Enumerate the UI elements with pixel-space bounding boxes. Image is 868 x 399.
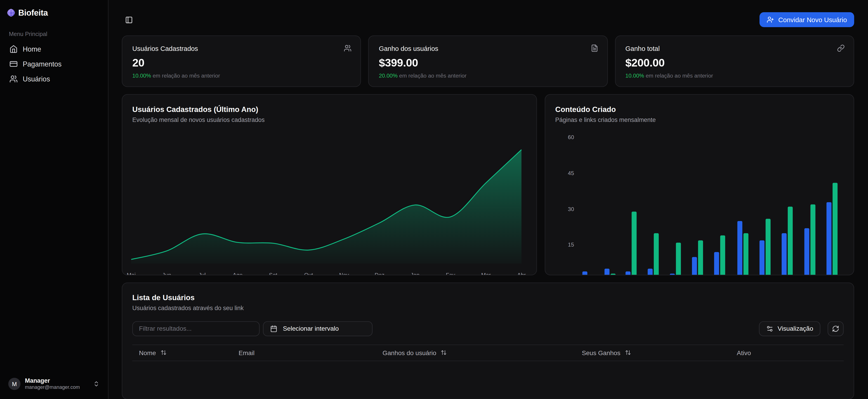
user-meta: Manager manager@manager.com xyxy=(25,377,80,390)
calendar-icon xyxy=(270,325,277,332)
x-axis-label: Dez xyxy=(375,272,384,275)
users-list-title: Lista de Usuários xyxy=(132,293,844,302)
view-options-label: Visualização xyxy=(778,325,813,332)
area-xlabels: MaiJunJulAgoSetOutNovDezJanFevMarAbr xyxy=(131,272,522,275)
column-header-email: Email xyxy=(232,349,376,356)
link-icon xyxy=(837,44,845,52)
sidebar-item-label: Home xyxy=(23,45,41,53)
column-label: Seus Ganhos xyxy=(582,349,620,356)
stat-percent: 10.00% xyxy=(132,73,151,79)
sidebar-toggle-button[interactable] xyxy=(122,12,136,27)
stat-subtext-label: em relação ao mês anterior xyxy=(153,73,220,79)
links-bar xyxy=(654,233,659,275)
avatar: M xyxy=(8,377,21,390)
paginas-bar xyxy=(604,269,610,275)
credit-card-icon xyxy=(9,60,18,68)
links-bar xyxy=(788,207,793,275)
links-bar xyxy=(766,219,771,275)
column-header-ganhos-usuario: Ganhos do usuário xyxy=(376,349,575,356)
x-axis-label: Mai xyxy=(127,272,135,275)
user-menu-button[interactable]: M Manager manager@manager.com xyxy=(6,375,101,393)
y-axis-label: 60 xyxy=(545,134,574,141)
links-bar xyxy=(810,204,815,275)
x-axis-label: Set xyxy=(269,272,277,275)
column-header-ativo: Ativo xyxy=(730,349,844,356)
filter-input[interactable] xyxy=(132,321,259,336)
bar-group: Out, 04 xyxy=(689,137,706,275)
area-chart-card: Usuários Cadastrados (Último Ano) Evoluç… xyxy=(122,94,537,275)
bar-pair xyxy=(737,137,748,275)
paginas-bar xyxy=(782,233,787,275)
x-axis-label: Jul xyxy=(199,272,206,275)
biofeita-logo-icon xyxy=(6,8,16,17)
sort-icon[interactable] xyxy=(160,349,166,355)
x-axis-label: Ago xyxy=(232,272,243,275)
x-axis-label: Out xyxy=(304,272,313,275)
stat-card-ganho-total: Ganho total $200.00 10.00% em relação ao… xyxy=(615,35,854,87)
chart-subtitle: Evolução mensal de novos usuários cadast… xyxy=(132,116,526,123)
column-label: Email xyxy=(239,349,254,356)
sort-icon[interactable] xyxy=(441,349,447,355)
dashboard-app: Biofeita Menu Principal Home Pagamentos … xyxy=(0,0,868,399)
bar-group: Dez, 04 xyxy=(734,137,751,275)
stat-card-ganho-usuarios: Ganho dos usuários $399.00 20.00% em rel… xyxy=(368,35,608,87)
stat-percent: 20.00% xyxy=(379,73,398,79)
view-options-button[interactable]: Visualização xyxy=(759,321,820,336)
settings-sliders-icon xyxy=(766,325,773,332)
user-name: Manager xyxy=(25,377,80,384)
sort-icon[interactable] xyxy=(625,349,631,355)
paginas-bar xyxy=(670,274,675,275)
links-bar xyxy=(720,235,725,275)
sidebar-item-home[interactable]: Home xyxy=(6,41,101,57)
chart-title: Usuários Cadastrados (Último Ano) xyxy=(132,105,526,114)
y-axis-label: 30 xyxy=(545,206,574,212)
bar-pair xyxy=(760,137,771,275)
stat-percent: 10.00% xyxy=(625,73,644,79)
table-header-row: Nome Email Ganhos do usuário Seus Ganhos xyxy=(132,344,844,361)
chevrons-up-down-icon xyxy=(93,380,99,387)
x-axis-label: Jan xyxy=(410,272,419,275)
bar-group: Mai, 04 xyxy=(580,137,596,275)
bar-pair xyxy=(692,137,703,275)
paginas-bar xyxy=(582,271,587,275)
y-axis-label: 45 xyxy=(545,170,574,176)
paginas-bar xyxy=(760,240,765,275)
bar-chart-card: Conteúdo Criado Páginas e links criados … xyxy=(545,94,854,275)
bar-group: Nov, 04 xyxy=(711,137,728,275)
bar-group: Set, 04 xyxy=(668,137,683,275)
y-axis-label: 15 xyxy=(545,241,574,248)
topbar: Convidar Novo Usuário xyxy=(122,12,854,27)
bar-group: Jun, 04 xyxy=(602,137,618,275)
links-bar xyxy=(611,274,616,275)
stat-subtext: 10.00% em relação ao mês anterior xyxy=(625,73,844,79)
refresh-icon xyxy=(832,325,839,332)
sidebar: Biofeita Menu Principal Home Pagamentos … xyxy=(0,0,108,399)
bar-pair xyxy=(626,137,637,275)
invite-user-label: Convidar Novo Usuário xyxy=(778,16,847,24)
links-bar xyxy=(632,211,637,275)
users-icon xyxy=(344,44,352,52)
bar-pair xyxy=(604,137,616,275)
table-controls: Selecionar intervalo Visualização xyxy=(132,321,844,336)
stat-title: Ganho dos usuários xyxy=(379,45,597,53)
stat-value: 20 xyxy=(132,57,350,69)
bar-pair xyxy=(826,137,837,275)
sidebar-item-usuarios[interactable]: Usuários xyxy=(6,72,101,86)
chart-subtitle: Páginas e links criados mensalmente xyxy=(555,116,844,123)
bar-pair xyxy=(804,137,815,275)
date-range-button[interactable]: Selecionar intervalo xyxy=(263,321,373,336)
refresh-button[interactable] xyxy=(828,321,844,336)
x-axis-label: Abr xyxy=(517,272,526,275)
sidebar-item-pagamentos[interactable]: Pagamentos xyxy=(6,57,101,72)
paginas-bar xyxy=(714,252,719,275)
stat-title: Ganho total xyxy=(625,45,844,53)
users-icon xyxy=(9,75,18,83)
paginas-bar xyxy=(737,221,742,275)
bar-pair xyxy=(670,137,681,275)
paginas-bar xyxy=(804,228,809,275)
invite-user-button[interactable]: Convidar Novo Usuário xyxy=(760,12,854,27)
links-bar xyxy=(832,183,837,275)
bar-group: Fev, 04 xyxy=(779,137,796,275)
column-label: Nome xyxy=(139,349,156,356)
bar-group: Abr, 04 xyxy=(824,137,840,275)
